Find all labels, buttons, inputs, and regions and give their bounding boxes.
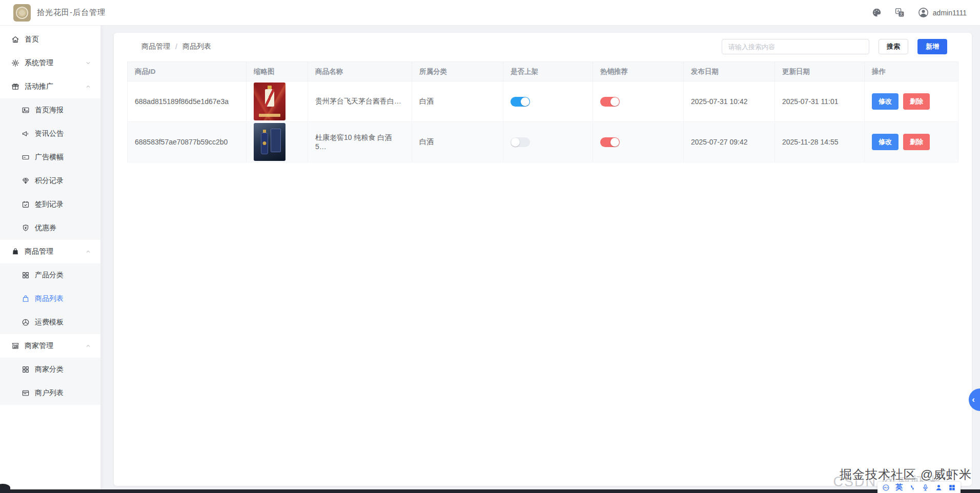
gem-icon [22,177,30,185]
edit-button[interactable]: 修改 [872,134,899,150]
add-button[interactable]: 新增 [917,39,947,54]
user-icon[interactable] [935,484,943,491]
sidebar-item-news-announcement[interactable]: 资讯公告 [0,122,100,146]
header-actions: admin1111 [871,7,967,18]
delete-button[interactable]: 删除 [903,134,930,150]
on-shelf-cell [503,122,593,162]
app-header: 拾光花田-后台管理 admin1111 [0,0,980,26]
column-header: 商品ID [128,62,247,81]
column-header: 是否上架 [503,62,593,81]
list-card-icon [22,389,30,397]
sidebar-item-label: 首页 [25,35,39,44]
product-thumbnail[interactable] [254,83,285,120]
card-toolbar: 商品管理 / 商品列表 搜索 新增 [127,33,958,60]
sidebar-item-activity-promotion[interactable]: 活动推广 [0,75,100,98]
sidebar-item-merchant-list[interactable]: 商户列表 [0,381,100,405]
user-menu[interactable]: admin1111 [917,7,967,18]
product-id-cell: 688583f57ae70877b59cc2b0 [128,122,247,162]
brand: 拾光花田-后台管理 [13,4,106,22]
category-cell: 白酒 [412,122,503,162]
search-input[interactable] [722,39,869,54]
product-thumbnail[interactable] [254,123,285,161]
bag-outline-icon [22,295,30,303]
grid-icon [22,365,30,374]
punctuation-icon[interactable] [908,484,916,491]
logo-emblem-icon [16,7,28,19]
chevron-up-icon [85,249,91,255]
thumbnail-cell [247,122,308,162]
main-content: 商品管理 / 商品列表 搜索 新增 商品ID缩略图商品名称所属分类是否上架热销推… [114,33,972,486]
sidebar-item-product-management[interactable]: 商品管理 [0,240,100,263]
chevron-down-icon [85,60,91,66]
storefront-icon [11,342,19,350]
sidebar-item-label: 活动推广 [25,82,53,91]
ime-language-toggle[interactable]: 英 [895,483,903,492]
table-row: 688ad815189f86d5e1d67e3a贵州茅台飞天茅台酱香白…白酒20… [128,81,958,122]
package-icon [22,318,30,326]
product-name-cell: 贵州茅台飞天茅台酱香白… [308,81,412,122]
shopping-bag-icon [11,248,19,256]
app-title: 拾光花田-后台管理 [37,8,106,17]
column-header: 操作 [865,62,958,81]
sidebar-item-product-category[interactable]: 产品分类 [0,263,100,287]
product-id-cell: 688ad815189f86d5e1d67e3a [128,81,247,122]
coupon-icon [22,224,30,232]
megaphone-icon [22,130,30,138]
delete-button[interactable]: 删除 [903,93,930,110]
table-header-row: 商品ID缩略图商品名称所属分类是否上架热销推荐发布日期更新日期操作 [128,62,958,81]
update-date-cell: 2025-07-31 11:01 [775,81,865,122]
sidebar-item-points-record[interactable]: 积分记录 [0,169,100,193]
keyboard-grid-icon[interactable] [948,484,956,491]
actions-cell: 修改删除 [865,81,958,122]
publish-date-cell: 2025-07-27 09:42 [684,122,775,162]
corner-arc [0,484,10,492]
sidebar-item-home[interactable]: 首页 [0,28,100,51]
breadcrumb-separator: / [175,43,177,51]
sidebar-nav: 首页系统管理活动推广首页海报资讯公告广告横幅积分记录签到记录优惠券商品管理产品分… [0,28,100,405]
sidebar-item-label: 签到记录 [35,200,64,209]
edit-button[interactable]: 修改 [872,93,899,110]
column-header: 更新日期 [775,62,865,81]
breadcrumb: 商品管理 / 商品列表 [141,42,211,51]
hot-recommend-toggle[interactable] [600,97,620,107]
column-header: 所属分类 [412,62,503,81]
translate-icon[interactable] [894,7,905,18]
sidebar-item-label: 积分记录 [35,176,64,186]
sidebar-item-label: 商品列表 [35,294,64,303]
product-name-cell: 杜康老窖10 纯粮食 白酒 5… [308,122,412,162]
image-icon [22,106,30,114]
thumbnail-cell [247,81,308,122]
chevron-up-icon [85,343,91,349]
hot-recommend-toggle[interactable] [600,137,620,147]
on-shelf-toggle[interactable] [511,137,530,147]
hot-recommend-cell [593,81,684,122]
breadcrumb-item-parent[interactable]: 商品管理 [141,42,170,51]
microphone-icon[interactable] [922,484,929,491]
sidebar-item-system-management[interactable]: 系统管理 [0,51,100,75]
sidebar-item-checkin-record[interactable]: 签到记录 [0,193,100,216]
juejin-watermark: 掘金技术社区 @威虾米 [840,466,972,483]
sidebar-item-ad-banner[interactable]: 广告横幅 [0,146,100,169]
sidebar: 首页系统管理活动推广首页海报资讯公告广告横幅积分记录签到记录优惠券商品管理产品分… [0,26,101,489]
column-header: 发布日期 [684,62,775,81]
sidebar-item-product-list[interactable]: 商品列表 [0,287,100,311]
sidebar-item-label: 广告横幅 [35,153,64,162]
theme-palette-icon[interactable] [871,7,882,18]
on-shelf-cell [503,81,593,122]
banner-icon [22,153,30,161]
chevron-left-icon: ‹ [972,395,975,405]
sidebar-item-home-poster[interactable]: 首页海报 [0,98,100,122]
gift-icon [11,83,19,91]
search-button[interactable]: 搜索 [879,39,908,54]
sidebar-item-shipping-template[interactable]: 运费模板 [0,311,100,334]
calendar-check-icon [22,200,30,209]
sidebar-item-coupon[interactable]: 优惠券 [0,216,100,240]
breadcrumb-item-current: 商品列表 [182,42,211,51]
on-shelf-toggle[interactable] [511,97,530,107]
ifly-logo-icon[interactable] [882,484,890,491]
product-table-wrap: 商品ID缩略图商品名称所属分类是否上架热销推荐发布日期更新日期操作 688ad8… [127,61,958,162]
sidebar-item-merchant-management[interactable]: 商家管理 [0,334,100,358]
sidebar-item-merchant-category[interactable]: 商家分类 [0,358,100,381]
user-avatar-icon [917,7,929,18]
toolbar-actions: 搜索 新增 [722,39,947,54]
